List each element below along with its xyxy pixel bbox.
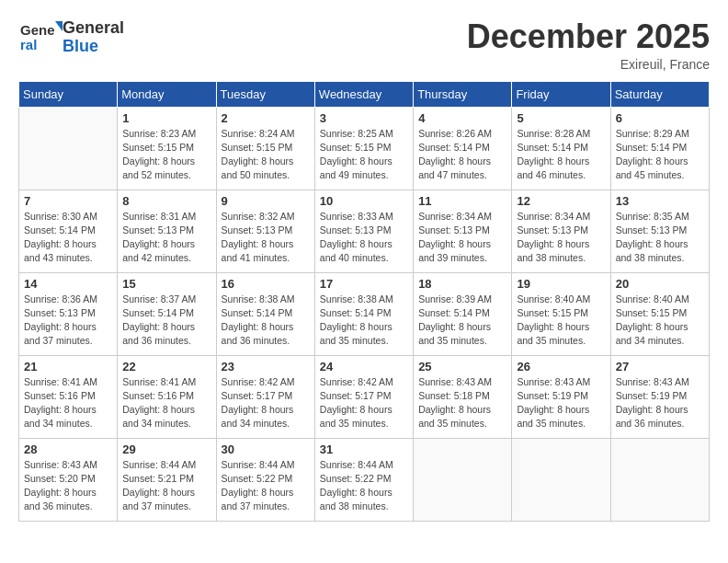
day-info: Sunrise: 8:32 AMSunset: 5:13 PMDaylight:… <box>222 210 310 266</box>
week-row-5: 28Sunrise: 8:43 AMSunset: 5:20 PMDayligh… <box>19 438 710 521</box>
day-number: 8 <box>122 194 210 208</box>
calendar-cell: 18Sunrise: 8:39 AMSunset: 5:14 PMDayligh… <box>414 272 512 355</box>
day-info: Sunrise: 8:40 AMSunset: 5:15 PMDaylight:… <box>616 293 704 349</box>
calendar-table: SundayMondayTuesdayWednesdayThursdayFrid… <box>18 81 710 522</box>
day-number: 16 <box>222 277 310 291</box>
svg-marker-1 <box>55 21 63 31</box>
day-info: Sunrise: 8:34 AMSunset: 5:13 PMDaylight:… <box>418 210 506 266</box>
day-number: 18 <box>418 277 506 291</box>
logo-blue-label: Blue <box>63 38 124 56</box>
calendar-cell: 16Sunrise: 8:38 AMSunset: 5:14 PMDayligh… <box>216 272 314 355</box>
day-info: Sunrise: 8:38 AMSunset: 5:14 PMDaylight:… <box>320 293 408 349</box>
svg-text:ral: ral <box>20 37 37 52</box>
day-info: Sunrise: 8:44 AMSunset: 5:21 PMDaylight:… <box>122 458 210 514</box>
day-info: Sunrise: 8:41 AMSunset: 5:16 PMDaylight:… <box>24 375 112 431</box>
calendar-cell: 13Sunrise: 8:35 AMSunset: 5:13 PMDayligh… <box>610 190 709 272</box>
calendar-cell: 7Sunrise: 8:30 AMSunset: 5:14 PMDaylight… <box>19 190 118 272</box>
logo-icon: Gene ral <box>18 18 63 57</box>
day-info: Sunrise: 8:29 AMSunset: 5:14 PMDaylight:… <box>616 127 704 183</box>
day-number: 27 <box>616 360 704 373</box>
day-number: 21 <box>24 360 112 373</box>
day-number: 11 <box>418 194 506 208</box>
weekday-header-wednesday: Wednesday <box>314 81 413 107</box>
svg-text:Gene: Gene <box>20 22 55 38</box>
calendar-cell: 29Sunrise: 8:44 AMSunset: 5:21 PMDayligh… <box>118 438 216 521</box>
day-number: 19 <box>517 277 605 291</box>
day-info: Sunrise: 8:24 AMSunset: 5:15 PMDaylight:… <box>222 127 310 183</box>
calendar-cell: 25Sunrise: 8:43 AMSunset: 5:18 PMDayligh… <box>414 355 512 438</box>
calendar-cell: 8Sunrise: 8:31 AMSunset: 5:13 PMDaylight… <box>118 190 216 272</box>
weekday-header-row: SundayMondayTuesdayWednesdayThursdayFrid… <box>19 81 710 107</box>
logo-general-label: General <box>63 19 124 38</box>
day-info: Sunrise: 8:30 AMSunset: 5:14 PMDaylight:… <box>24 210 112 266</box>
day-info: Sunrise: 8:23 AMSunset: 5:15 PMDaylight:… <box>122 127 210 183</box>
logo-text-block: General Blue <box>63 19 124 56</box>
day-number: 6 <box>616 111 704 125</box>
weekday-header-monday: Monday <box>118 81 216 107</box>
calendar-cell: 4Sunrise: 8:26 AMSunset: 5:14 PMDaylight… <box>414 107 512 190</box>
weekday-header-tuesday: Tuesday <box>216 81 314 107</box>
calendar-cell: 27Sunrise: 8:43 AMSunset: 5:19 PMDayligh… <box>610 355 709 438</box>
day-number: 28 <box>24 442 112 456</box>
weekday-header-thursday: Thursday <box>414 81 512 107</box>
calendar-cell: 24Sunrise: 8:42 AMSunset: 5:17 PMDayligh… <box>314 355 413 438</box>
weekday-header-sunday: Sunday <box>19 81 118 107</box>
day-number: 25 <box>418 360 506 373</box>
day-info: Sunrise: 8:26 AMSunset: 5:14 PMDaylight:… <box>418 127 506 183</box>
location: Exireuil, France <box>467 57 710 72</box>
calendar-cell: 11Sunrise: 8:34 AMSunset: 5:13 PMDayligh… <box>414 190 512 272</box>
day-number: 2 <box>222 111 310 125</box>
calendar-cell <box>19 107 118 190</box>
day-info: Sunrise: 8:36 AMSunset: 5:13 PMDaylight:… <box>24 293 112 349</box>
week-row-1: 1Sunrise: 8:23 AMSunset: 5:15 PMDaylight… <box>19 107 710 190</box>
day-info: Sunrise: 8:43 AMSunset: 5:20 PMDaylight:… <box>24 458 112 514</box>
calendar-cell: 6Sunrise: 8:29 AMSunset: 5:14 PMDaylight… <box>610 107 709 190</box>
day-info: Sunrise: 8:39 AMSunset: 5:14 PMDaylight:… <box>418 293 506 349</box>
day-number: 30 <box>222 442 310 456</box>
calendar-cell: 30Sunrise: 8:44 AMSunset: 5:22 PMDayligh… <box>216 438 314 521</box>
day-number: 3 <box>320 111 408 125</box>
calendar-cell <box>414 438 512 521</box>
day-number: 9 <box>222 194 310 208</box>
day-number: 17 <box>320 277 408 291</box>
day-info: Sunrise: 8:38 AMSunset: 5:14 PMDaylight:… <box>222 293 310 349</box>
day-number: 10 <box>320 194 408 208</box>
calendar-cell: 20Sunrise: 8:40 AMSunset: 5:15 PMDayligh… <box>610 272 709 355</box>
logo: Gene ral General Blue <box>18 18 124 57</box>
day-info: Sunrise: 8:44 AMSunset: 5:22 PMDaylight:… <box>222 458 310 514</box>
day-info: Sunrise: 8:35 AMSunset: 5:13 PMDaylight:… <box>616 210 704 266</box>
week-row-2: 7Sunrise: 8:30 AMSunset: 5:14 PMDaylight… <box>19 190 710 272</box>
calendar-cell: 5Sunrise: 8:28 AMSunset: 5:14 PMDaylight… <box>512 107 610 190</box>
day-number: 23 <box>222 360 310 373</box>
day-number: 15 <box>122 277 210 291</box>
day-number: 1 <box>122 111 210 125</box>
day-info: Sunrise: 8:41 AMSunset: 5:16 PMDaylight:… <box>122 375 210 431</box>
day-info: Sunrise: 8:43 AMSunset: 5:19 PMDaylight:… <box>517 375 605 431</box>
page-header: Gene ral General Blue December 2025 Exir… <box>18 18 710 72</box>
weekday-header-friday: Friday <box>512 81 610 107</box>
calendar-cell: 15Sunrise: 8:37 AMSunset: 5:14 PMDayligh… <box>118 272 216 355</box>
calendar-cell: 19Sunrise: 8:40 AMSunset: 5:15 PMDayligh… <box>512 272 610 355</box>
day-info: Sunrise: 8:37 AMSunset: 5:14 PMDaylight:… <box>122 293 210 349</box>
calendar-cell: 10Sunrise: 8:33 AMSunset: 5:13 PMDayligh… <box>314 190 413 272</box>
calendar-cell: 26Sunrise: 8:43 AMSunset: 5:19 PMDayligh… <box>512 355 610 438</box>
day-info: Sunrise: 8:25 AMSunset: 5:15 PMDaylight:… <box>320 127 408 183</box>
calendar-cell: 3Sunrise: 8:25 AMSunset: 5:15 PMDaylight… <box>314 107 413 190</box>
day-number: 5 <box>517 111 605 125</box>
day-info: Sunrise: 8:44 AMSunset: 5:22 PMDaylight:… <box>320 458 408 514</box>
calendar-cell <box>512 438 610 521</box>
month-title: December 2025 <box>467 18 710 55</box>
calendar-cell: 1Sunrise: 8:23 AMSunset: 5:15 PMDaylight… <box>118 107 216 190</box>
calendar-cell: 14Sunrise: 8:36 AMSunset: 5:13 PMDayligh… <box>19 272 118 355</box>
calendar-cell: 21Sunrise: 8:41 AMSunset: 5:16 PMDayligh… <box>19 355 118 438</box>
calendar-cell: 17Sunrise: 8:38 AMSunset: 5:14 PMDayligh… <box>314 272 413 355</box>
weekday-header-saturday: Saturday <box>610 81 709 107</box>
day-number: 31 <box>320 442 408 456</box>
calendar-cell: 2Sunrise: 8:24 AMSunset: 5:15 PMDaylight… <box>216 107 314 190</box>
day-info: Sunrise: 8:43 AMSunset: 5:18 PMDaylight:… <box>418 375 506 431</box>
day-info: Sunrise: 8:42 AMSunset: 5:17 PMDaylight:… <box>222 375 310 431</box>
calendar-cell: 9Sunrise: 8:32 AMSunset: 5:13 PMDaylight… <box>216 190 314 272</box>
day-number: 29 <box>122 442 210 456</box>
day-number: 13 <box>616 194 704 208</box>
day-number: 7 <box>24 194 112 208</box>
